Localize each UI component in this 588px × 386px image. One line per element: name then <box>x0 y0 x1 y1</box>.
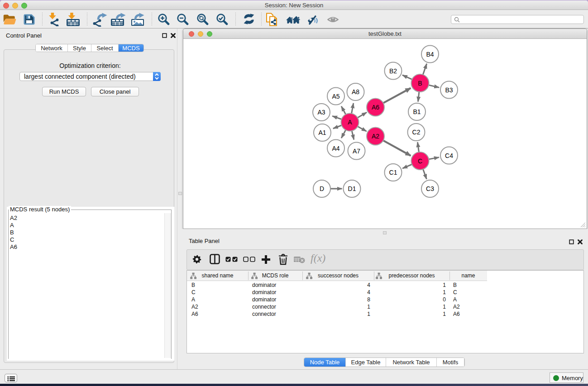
svg-text:B3: B3 <box>445 86 453 94</box>
svg-text:C: C <box>418 157 422 165</box>
svg-text:A8: A8 <box>352 88 359 95</box>
svg-text:A3: A3 <box>317 109 325 116</box>
svg-text:B4: B4 <box>426 51 434 58</box>
svg-text:C4: C4 <box>445 152 453 159</box>
svg-text:B2: B2 <box>389 67 397 75</box>
svg-text:C1: C1 <box>389 169 397 176</box>
svg-text:A4: A4 <box>332 145 339 152</box>
svg-text:A6: A6 <box>372 104 379 111</box>
svg-text:A5: A5 <box>332 93 339 100</box>
svg-text:D1: D1 <box>348 185 356 192</box>
svg-text:B: B <box>418 80 422 87</box>
svg-text:A: A <box>348 119 352 126</box>
svg-text:C3: C3 <box>426 185 434 192</box>
svg-text:A1: A1 <box>318 129 326 136</box>
svg-text:B1: B1 <box>413 108 421 115</box>
svg-text:A7: A7 <box>353 148 360 155</box>
svg-text:C2: C2 <box>412 129 421 136</box>
svg-text:A2: A2 <box>372 133 379 140</box>
svg-text:D: D <box>320 185 324 192</box>
